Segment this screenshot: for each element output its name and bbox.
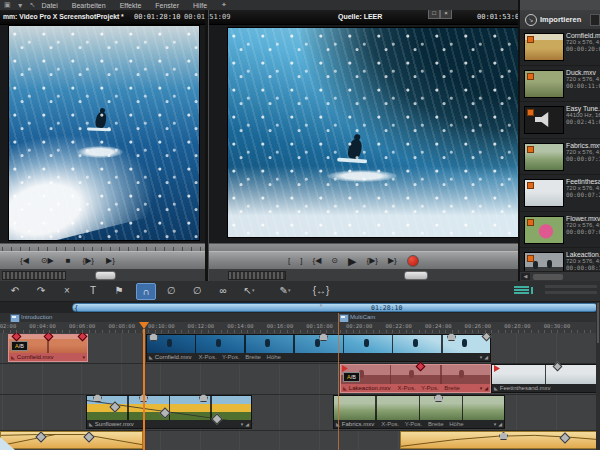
media-item[interactable]: Lakeaction.mxv720 x 576, 4:300:00:08:12 [520,248,600,271]
menu-bar: ▣▼↖DateiBearbeitenEffekteFensterHilfe✦ [0,0,600,10]
menu-item-hilfe[interactable]: Hilfe [193,2,207,9]
loop-play-button[interactable]: ⊙ [331,254,338,268]
close-button[interactable]: × [440,9,452,19]
zoom-grip[interactable] [2,271,66,280]
clip-option-icon[interactable]: ▾ [480,384,483,392]
scroll-left-arrow[interactable]: ◀ [521,273,530,280]
timeline-clip[interactable] [400,431,600,449]
range-mode-icon[interactable]: {↔}▾ [312,283,330,298]
timeline-clip[interactable]: ◣Fabrics.mxvX-Pos. Y-Pos. Breite Höhe◢▾ [333,395,505,429]
video-track-2: ◣Lakeaction.mxvX-Pos. Y-Pos. Breite◢▾A/B… [0,363,600,395]
program-scrollbar-thumb[interactable] [95,271,116,280]
menu-item-effekte[interactable]: Effekte [120,2,142,9]
ruler-tick-label: 00:10:00 [146,323,176,329]
media-pool-menu-icon[interactable] [590,14,600,26]
clip-option-icon[interactable]: ▾ [480,353,483,361]
menu-item-bearbeiten[interactable]: Bearbeiten [72,2,106,9]
media-item[interactable]: Easy Tune.wav44100 Hz, 1600:02:41:07 [520,102,600,139]
selection-tint [341,365,490,384]
new-badge [527,219,534,226]
media-scrollbar-thumb[interactable] [533,274,563,280]
media-item[interactable]: Fabrics.mxv720 x 576, 4:300:00:07:13 [520,139,600,176]
video-pro-x-window: ▣▼↖DateiBearbeitenEffekteFensterHilfe✦ m… [0,0,600,450]
timeline-clip[interactable]: ◣Lakeaction.mxvX-Pos. Y-Pos. Breite◢▾A/B [340,364,491,393]
play-from-cursor-button[interactable]: ⊙▶ [41,254,54,268]
marker-label[interactable]: Introduction [21,314,52,320]
timeline-clip[interactable]: ◣Feetinthesand.mxv [491,364,600,393]
source-timecode: 00:01:53:07 [477,13,523,21]
timeline-clip[interactable]: ◣Cornfield.mxvX-Pos. Y-Pos. Breite Höhe◢… [146,334,491,362]
media-item[interactable]: Flower.mxv720 x 576, 4:300:00:07:04 [520,212,600,249]
play-range-button[interactable]: {▶} [83,254,95,268]
range-start-button[interactable]: {◀ [20,254,29,268]
play-range-button[interactable]: {▶} [366,254,378,268]
clip-thumbnails [334,396,504,420]
range-start-button[interactable]: {◀ [312,254,321,268]
range-end-button[interactable]: ▶} [388,254,397,268]
playback-range-bar[interactable]: { 01:28:10 [72,303,598,312]
media-pool-header[interactable]: ↘ Importieren [520,10,600,30]
media-item[interactable]: Duck.mxv720 x 576, 4:300:00:11:01 [520,66,600,103]
clip-option-icon[interactable]: ◢ [498,420,502,428]
timeline-mode-icon[interactable] [514,286,529,295]
title-editor-icon[interactable]: T [84,283,102,298]
trim-icon[interactable]: ∅ [188,283,206,298]
pointer-icon[interactable]: ↖ [30,1,36,9]
file-name: Cornfield.mxv [566,32,600,39]
playhead-line[interactable] [143,329,145,450]
ruler-tick-label: 00:08:00 [107,323,137,329]
delete-icon[interactable]: × [58,283,76,298]
split-icon[interactable]: ∅ [162,283,180,298]
media-thumbnail [524,33,564,61]
snap-magnet-icon[interactable]: ∩ [136,283,156,300]
dropdown-arrow-icon[interactable]: ▾ [252,287,255,293]
redo-icon[interactable]: ↷ [32,283,50,298]
menu-item-datei[interactable]: Datei [41,2,57,9]
mouse-mode-icon[interactable]: ↖▾ [240,283,258,298]
source-scrollbar-thumb[interactable] [404,271,428,280]
monitor-divider[interactable] [205,10,209,281]
clip-option-icon[interactable]: ▾ [494,420,497,428]
clip-option-icon[interactable]: ▾ [82,353,85,361]
play-button[interactable]: ▶ [348,254,356,268]
media-thumbnail [524,216,564,244]
marker-icon[interactable]: ⚑ [110,283,128,298]
edit-toolbar: ↶↷×T⚑∩∅∅∞↖▾✎▾{↔}▾ [0,281,600,302]
zoom-grip[interactable] [228,271,286,280]
record-button[interactable]: ● [407,255,419,267]
dropdown-arrow-icon[interactable]: ▾ [320,302,323,308]
menu-item-fenster[interactable]: Fenster [155,2,179,9]
media-item[interactable]: Feetinthesand.mxv720 x 576, 4:300:00:07:… [520,175,600,212]
in-point-button[interactable]: [ [288,254,290,268]
file-name: Duck.mxv [566,69,600,76]
undo-icon[interactable]: ↶ [6,283,24,298]
timeline-clip[interactable] [0,431,143,449]
save-icon[interactable]: ▼ [17,2,24,9]
stop-button[interactable]: ■ [66,254,71,268]
clip-option-icon[interactable]: ◢ [245,420,249,428]
draw-mode-icon[interactable]: ✎▾ [276,283,294,298]
out-point-button[interactable]: ] [300,254,302,268]
marker-label[interactable]: MultiCam [350,314,375,320]
playhead-handle[interactable] [139,322,149,329]
clip-thumbnails [492,365,599,384]
file-name: Easy Tune.wav [566,105,600,112]
timeline-clip[interactable]: ◣Cornfield.mxv▾A/B [8,334,88,362]
timeline-vertical-scrollbar[interactable] [596,301,600,450]
range-end-button[interactable]: ▶} [106,254,115,268]
sidebar-divider[interactable] [518,0,520,281]
range-start-bracket[interactable]: { [75,303,78,312]
media-item[interactable]: Cornfield.mxv720 x 576, 4:300:00:20:00 [520,29,600,66]
app-icon[interactable]: ▣ [4,1,11,9]
maximize-button[interactable]: □ [428,9,440,19]
source-monitor-video [227,27,519,238]
clip-option-icon[interactable]: ◢ [484,384,488,392]
link-objects-icon[interactable]: ∞ [214,283,232,298]
clip-label: ◣Fabrics.mxvX-Pos. Y-Pos. Breite Höhe◢▾ [334,420,504,428]
ruler-tick-label: 00:26:00 [463,323,493,329]
program-transport: {◀⊙▶■{▶}▶} [20,254,115,268]
volume-envelope[interactable] [1,432,142,448]
clip-option-icon[interactable]: ◢ [484,353,488,361]
dropdown-arrow-icon[interactable]: ▾ [288,287,291,293]
timeline-clip[interactable]: ◣Sunflower.mxv◢▾ [86,395,252,429]
